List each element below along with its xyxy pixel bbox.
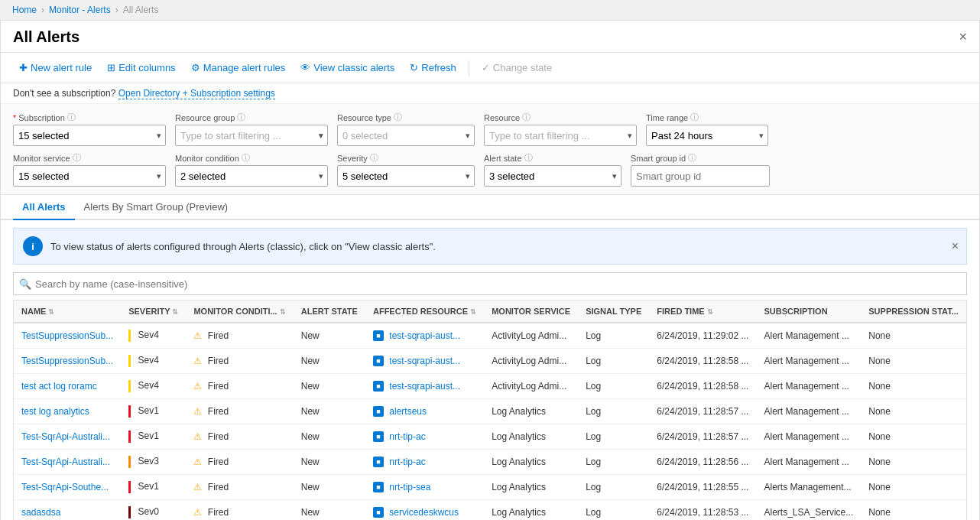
resource-info-icon[interactable]: ⓘ bbox=[522, 112, 531, 123]
subscription-info-icon[interactable]: ⓘ bbox=[67, 112, 76, 123]
close-info-button[interactable]: × bbox=[952, 239, 959, 253]
col-suppression-state[interactable]: SUPPRESSION STAT... bbox=[861, 301, 966, 323]
severity-select[interactable]: 5 selected bbox=[337, 165, 475, 187]
monitor-condition-value: Fired bbox=[208, 381, 229, 392]
alert-state-info-icon[interactable]: ⓘ bbox=[524, 152, 533, 164]
tab-alerts-by-smart-group[interactable]: Alerts By Smart Group (Preview) bbox=[75, 195, 238, 220]
affected-resource-link[interactable]: nrt-tip-ac bbox=[389, 431, 425, 442]
search-icon: 🔍 bbox=[19, 278, 31, 290]
alert-name-link[interactable]: test log analytics bbox=[21, 406, 89, 417]
resource-type-info-icon[interactable]: ⓘ bbox=[394, 112, 402, 123]
monitor-condition-value: Fired bbox=[208, 356, 229, 366]
affected-resource-link[interactable]: nrt-tip-ac bbox=[389, 457, 425, 467]
affected-resource-link[interactable]: servicedeskwcus bbox=[389, 507, 459, 518]
col-fired-time[interactable]: FIRED TIME ⇅ bbox=[649, 301, 756, 323]
monitor-service-value: ActivityLog Admi... bbox=[484, 374, 578, 399]
alert-state-value: New bbox=[294, 500, 365, 521]
sort-icon-monitor-condition: ⇅ bbox=[280, 308, 286, 316]
alert-state-value: New bbox=[294, 475, 365, 500]
monitor-service-info-icon[interactable]: ⓘ bbox=[73, 152, 81, 164]
monitor-condition-info-icon[interactable]: ⓘ bbox=[242, 152, 250, 164]
resource-group-input[interactable] bbox=[175, 125, 328, 146]
smart-group-id-input[interactable] bbox=[631, 165, 770, 187]
monitor-condition-select[interactable]: 2 selected bbox=[175, 165, 328, 187]
col-name[interactable]: NAME ⇅ bbox=[14, 301, 121, 323]
affected-resource-link[interactable]: test-sqrapi-aust... bbox=[389, 330, 460, 341]
alert-name-link[interactable]: test act log roramc bbox=[21, 381, 97, 392]
toolbar: ✚ New alert rule ⊞ Edit columns ⚙ Manage… bbox=[1, 53, 979, 83]
alert-state-value: New bbox=[294, 374, 365, 399]
col-affected-resource[interactable]: AFFECTED RESOURCE ⇅ bbox=[365, 301, 484, 323]
warning-icon: ⚠ bbox=[193, 381, 202, 392]
fired-time-value: 6/24/2019, 11:28:58 ... bbox=[649, 374, 756, 399]
table-row: Test-SqrApi-Australi... Sev3 ⚠ Fired New… bbox=[14, 450, 966, 475]
signal-type-value: Log bbox=[578, 424, 649, 450]
alert-state-value: New bbox=[294, 323, 365, 349]
fired-time-value: 6/24/2019, 11:28:58 ... bbox=[649, 349, 756, 374]
alert-name-link[interactable]: Test-SqrApi-Australi... bbox=[21, 457, 110, 467]
change-state-button[interactable]: ✓ Change state bbox=[475, 59, 558, 76]
refresh-button[interactable]: ↻ Refresh bbox=[404, 59, 462, 76]
resource-icon: ■ bbox=[373, 457, 384, 467]
affected-resource-link[interactable]: test-sqrapi-aust... bbox=[389, 356, 460, 366]
table-row: TestSuppressionSub... Sev4 ⚠ Fired New ■… bbox=[14, 349, 966, 374]
search-input[interactable] bbox=[13, 272, 967, 295]
alert-name-link[interactable]: TestSuppressionSub... bbox=[21, 356, 113, 366]
open-directory-link[interactable]: Open Directory + Subscription settings bbox=[118, 88, 275, 99]
warning-icon: ⚠ bbox=[193, 457, 202, 467]
checkmark-icon: ✓ bbox=[482, 62, 490, 73]
col-signal-type[interactable]: SIGNAL TYPE bbox=[578, 301, 649, 323]
alert-name-link[interactable]: sadasdsa bbox=[21, 507, 60, 518]
fired-time-value: 6/24/2019, 11:29:02 ... bbox=[649, 323, 756, 349]
tab-all-alerts[interactable]: All Alerts bbox=[13, 195, 75, 220]
new-alert-rule-button[interactable]: ✚ New alert rule bbox=[13, 59, 98, 76]
smart-group-id-info-icon[interactable]: ⓘ bbox=[688, 152, 696, 164]
severity-label: Sev3 bbox=[138, 456, 158, 466]
gear-icon: ⚙ bbox=[191, 62, 200, 73]
alert-state-select[interactable]: 3 selected bbox=[484, 165, 621, 187]
affected-resource-link[interactable]: nrt-tip-sea bbox=[389, 482, 430, 492]
col-severity[interactable]: SEVERITY ⇅ bbox=[121, 301, 186, 323]
affected-resource-link[interactable]: test-sqrapi-aust... bbox=[389, 381, 460, 392]
view-classic-alerts-button[interactable]: 👁 View classic alerts bbox=[294, 59, 401, 76]
subscription-value: Alert Management ... bbox=[757, 450, 862, 475]
monitor-service-select[interactable]: 15 selected bbox=[13, 165, 166, 187]
subscription-select[interactable]: 15 selected bbox=[13, 125, 166, 146]
monitor-condition-filter: Monitor condition ⓘ 2 selected bbox=[175, 152, 328, 187]
severity-label: Sev4 bbox=[138, 330, 158, 340]
severity-label: Sev0 bbox=[138, 506, 158, 517]
suppression-state-value: None bbox=[861, 500, 966, 521]
info-bar: i To view status of alerts configured th… bbox=[13, 228, 967, 265]
time-range-select[interactable]: Past 24 hours bbox=[646, 125, 768, 146]
resource-input[interactable] bbox=[484, 125, 637, 146]
severity-info-icon[interactable]: ⓘ bbox=[370, 152, 378, 164]
resource-type-select[interactable]: 0 selected bbox=[337, 125, 475, 146]
resource-group-info-icon[interactable]: ⓘ bbox=[237, 112, 245, 123]
time-range-info-icon[interactable]: ⓘ bbox=[690, 112, 699, 123]
monitor-service-value: ActivityLog Admi... bbox=[484, 323, 578, 349]
warning-icon: ⚠ bbox=[193, 330, 202, 341]
table-row: TestSuppressionSub... Sev4 ⚠ Fired New ■… bbox=[14, 323, 966, 349]
smart-group-id-filter: Smart group id ⓘ bbox=[631, 152, 770, 187]
monitor-service-value: Log Analytics bbox=[484, 424, 578, 450]
col-alert-state[interactable]: ALERT STATE bbox=[294, 301, 365, 323]
breadcrumb-home[interactable]: Home bbox=[12, 5, 37, 15]
severity-label: Sev1 bbox=[138, 481, 158, 492]
col-monitor-service[interactable]: MONITOR SERVICE bbox=[484, 301, 578, 323]
edit-columns-button[interactable]: ⊞ Edit columns bbox=[101, 59, 181, 76]
alerts-table: NAME ⇅ SEVERITY ⇅ MONITOR CONDITI... ⇅ A… bbox=[14, 301, 966, 520]
col-monitor-condition[interactable]: MONITOR CONDITI... ⇅ bbox=[186, 301, 293, 323]
affected-resource-link[interactable]: alertseus bbox=[389, 406, 427, 417]
col-subscription[interactable]: SUBSCRIPTION bbox=[757, 301, 862, 323]
resource-icon: ■ bbox=[373, 381, 384, 392]
breadcrumb-monitor-alerts[interactable]: Monitor - Alerts bbox=[49, 5, 111, 15]
sort-icon-name: ⇅ bbox=[48, 308, 54, 316]
alert-name-link[interactable]: Test-SqrApi-Southe... bbox=[21, 482, 109, 492]
alert-name-link[interactable]: TestSuppressionSub... bbox=[21, 330, 113, 341]
eye-icon: 👁 bbox=[300, 62, 310, 73]
subscription-filter: * Subscription ⓘ 15 selected bbox=[13, 112, 166, 146]
breadcrumb: Home › Monitor - Alerts › All Alerts bbox=[0, 0, 980, 20]
close-button[interactable]: × bbox=[959, 29, 967, 45]
manage-alert-rules-button[interactable]: ⚙ Manage alert rules bbox=[185, 59, 292, 76]
alert-name-link[interactable]: Test-SqrApi-Australi... bbox=[21, 431, 110, 442]
